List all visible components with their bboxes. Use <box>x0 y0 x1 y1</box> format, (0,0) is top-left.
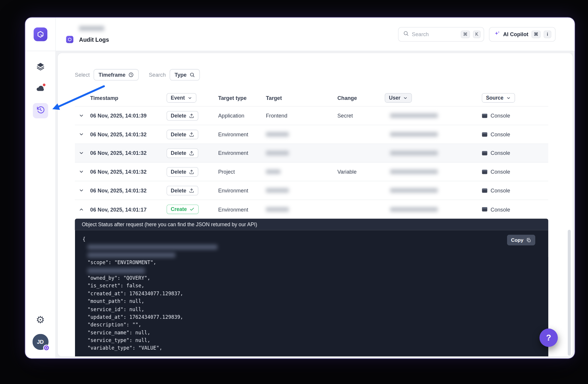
row-target <box>266 207 337 212</box>
event-label: Create <box>171 207 187 212</box>
settings-gear-icon[interactable]: ⚙ <box>36 315 45 325</box>
copy-label: Copy <box>511 237 523 243</box>
sidebar-item-services[interactable] <box>33 60 48 75</box>
content-area: Select Timeframe Search Type <box>56 51 575 358</box>
page-title: Audit Logs <box>79 36 109 43</box>
row-source: Console <box>482 187 548 194</box>
source-label: Console <box>491 113 510 119</box>
row-target: Frontend <box>266 113 337 119</box>
sparkle-icon <box>494 31 500 38</box>
row-target-type: Environment <box>218 131 266 137</box>
event-delete-button[interactable]: Delete <box>166 130 198 139</box>
sidebar-logo[interactable] <box>25 18 56 51</box>
sidebar-item-audit-logs[interactable] <box>33 103 48 118</box>
console-icon <box>482 113 487 118</box>
row-target <box>266 132 337 137</box>
row-user <box>385 188 482 193</box>
audit-logs-icon <box>66 36 74 43</box>
help-button[interactable]: ? <box>539 328 558 347</box>
ai-copilot-button[interactable]: AI Copilot ⌘ i <box>489 27 555 41</box>
row-target <box>266 170 337 174</box>
table-row[interactable]: 06 Nov, 2025, 14:01:32 Delete Project Va… <box>75 162 548 181</box>
source-label: Console <box>491 206 510 212</box>
redacted-target <box>266 151 289 155</box>
event-column-label: Event <box>171 95 185 100</box>
copy-button[interactable]: Copy <box>507 235 535 245</box>
row-target-type: Environment <box>218 206 266 212</box>
chevron-down-icon[interactable] <box>79 113 84 118</box>
source-label: Console <box>491 169 510 175</box>
row-user <box>385 170 482 174</box>
row-user <box>385 207 482 212</box>
source-label: Console <box>491 131 510 137</box>
timeframe-button[interactable]: Timeframe <box>94 69 139 81</box>
row-target-type: Application <box>218 113 266 119</box>
event-delete-button[interactable]: Delete <box>166 148 198 158</box>
event-create-button[interactable]: Create <box>166 204 199 214</box>
history-icon <box>36 106 45 116</box>
user-avatar[interactable]: JD <box>32 334 49 350</box>
table-row[interactable]: 06 Nov, 2025, 14:01:32 Delete Environmen… <box>75 181 548 200</box>
user-filter-dropdown[interactable]: User <box>385 93 412 103</box>
layers-icon <box>36 62 45 72</box>
code-line: "service_type": null, <box>83 337 548 344</box>
chevron-down-icon[interactable] <box>79 150 84 156</box>
source-label: Console <box>491 187 510 194</box>
event-filter-dropdown[interactable]: Event <box>166 93 196 103</box>
object-status-header: Object Status after request (here you ca… <box>75 219 548 230</box>
json-code-block: Copy { "scope": "ENVIRONMENT", "owned_by… <box>75 230 548 357</box>
redacted-user <box>390 188 438 193</box>
event-label: Delete <box>171 113 186 118</box>
chevron-up-icon[interactable] <box>79 207 84 212</box>
type-filter-button[interactable]: Type <box>169 69 200 81</box>
notification-dot <box>42 83 46 87</box>
row-timestamp: 06 Nov, 2025, 14:01:39 <box>90 113 167 119</box>
chevron-down-icon[interactable] <box>79 132 84 137</box>
console-icon <box>482 169 487 174</box>
object-status-title: Object Status after request (here you ca… <box>82 222 257 227</box>
breadcrumb <box>79 25 109 32</box>
chevron-down-icon[interactable] <box>79 188 84 193</box>
table-row[interactable]: 06 Nov, 2025, 14:01:39 Delete Applicatio… <box>75 106 548 125</box>
scrollbar-thumb[interactable] <box>568 230 571 356</box>
app-window: ⚙ JD <box>25 17 575 358</box>
search-input[interactable] <box>412 31 458 37</box>
redacted-text <box>87 253 175 258</box>
code-line: "service_id": null, <box>83 306 548 313</box>
upload-icon <box>189 132 194 137</box>
table-row[interactable]: 06 Nov, 2025, 14:01:32 Delete Environmen… <box>75 144 548 163</box>
source-column-label: Source <box>486 95 503 100</box>
chevron-down-icon <box>187 95 192 100</box>
topbar-right: ⌘ K AI Copilot ⌘ i <box>398 27 555 41</box>
event-delete-button[interactable]: Delete <box>166 111 198 120</box>
upload-icon <box>189 150 194 155</box>
redacted-user <box>390 132 438 137</box>
upload-icon <box>189 169 194 174</box>
row-target <box>266 188 337 193</box>
table-header-row: Timestamp Event Target type Target Chang… <box>75 90 548 106</box>
code-line: { <box>83 235 548 243</box>
chevron-down-icon[interactable] <box>79 169 84 174</box>
redacted-target <box>266 207 289 212</box>
select-label: Select <box>75 72 90 78</box>
row-timestamp: 06 Nov, 2025, 14:01:32 <box>90 187 167 194</box>
table-row[interactable]: 06 Nov, 2025, 14:01:32 Delete Environmen… <box>75 125 548 144</box>
event-delete-button[interactable]: Delete <box>166 167 198 176</box>
column-target-type: Target type <box>218 95 266 101</box>
row-source: Console <box>482 113 548 119</box>
upload-icon <box>189 113 194 118</box>
table-row-expanded[interactable]: 06 Nov, 2025, 14:01:17 Create Environmen… <box>75 200 548 219</box>
row-target-type: Environment <box>218 150 266 156</box>
source-filter-dropdown[interactable]: Source <box>482 93 515 103</box>
i-keycap: i <box>544 30 551 38</box>
event-delete-button[interactable]: Delete <box>166 186 198 195</box>
cmd-keycap: ⌘ <box>461 30 470 38</box>
clock-icon <box>129 72 134 77</box>
search-box[interactable]: ⌘ K <box>398 27 484 41</box>
event-label: Delete <box>171 187 186 193</box>
row-source: Console <box>482 131 548 137</box>
row-target-type: Environment <box>218 187 266 194</box>
sidebar-item-clusters[interactable] <box>33 81 48 97</box>
code-line: "created_at": 1762434077.129837, <box>83 290 548 298</box>
redacted-user <box>390 113 438 118</box>
